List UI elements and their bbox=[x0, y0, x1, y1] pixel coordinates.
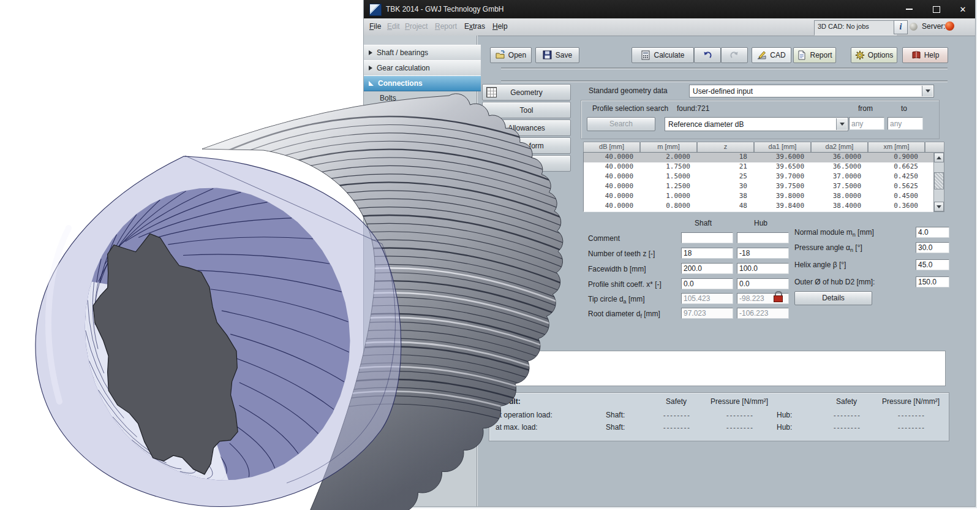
report-document-icon bbox=[797, 50, 807, 60]
close-button[interactable]: ✕ bbox=[955, 2, 971, 16]
menu-extras[interactable]: Extras bbox=[462, 22, 488, 32]
dropdown-arrow-button[interactable] bbox=[836, 118, 847, 130]
cad-status-field: 3D CAD: No jobs bbox=[814, 20, 897, 36]
calculate-button[interactable]: Calculate bbox=[631, 47, 694, 63]
comment-hub-input[interactable] bbox=[737, 232, 789, 243]
details-button[interactable]: Details bbox=[794, 291, 872, 305]
table-cell: 1.7500 bbox=[641, 162, 698, 172]
to-input[interactable] bbox=[888, 117, 923, 130]
normal-module-label: Normal module mn [mm] bbox=[794, 228, 874, 238]
profile-search-label: Profile selection search bbox=[592, 104, 668, 113]
tab-label: Tooth form bbox=[509, 142, 544, 150]
facewidth-label: Facewidth b [mm] bbox=[588, 265, 646, 273]
safety-header: Safety bbox=[836, 397, 857, 406]
tab-strength[interactable]: Strength bbox=[482, 155, 571, 172]
table-cell: 40.0000 bbox=[584, 192, 641, 202]
comment-shaft-input[interactable] bbox=[681, 232, 733, 243]
table-row[interactable]: 40.00001.00003839.800038.00000.4500 bbox=[584, 192, 934, 202]
result-row-label: at max. load: bbox=[496, 423, 538, 432]
pressure-angle-input[interactable] bbox=[916, 242, 949, 253]
tab-label: Strength bbox=[513, 159, 540, 168]
calculator-icon bbox=[641, 50, 650, 60]
normal-module-input[interactable] bbox=[916, 227, 949, 238]
table-cell: 0.3600 bbox=[869, 202, 925, 211]
profile-table-body[interactable]: 40.00002.00001839.600036.00000.900040.00… bbox=[583, 152, 934, 212]
collapsed-arrow-icon bbox=[369, 50, 372, 55]
redo-icon bbox=[729, 50, 739, 60]
outer-hub-diameter-input[interactable] bbox=[916, 276, 949, 287]
content-divider bbox=[501, 80, 948, 82]
facewidth-shaft-input[interactable] bbox=[681, 263, 733, 274]
profile-shift-hub-input[interactable] bbox=[737, 278, 789, 289]
table-row[interactable]: 40.00002.00001839.600036.00000.9000 bbox=[584, 153, 934, 162]
standard-geometry-label: Standard geometry data bbox=[589, 86, 668, 95]
sidebar-item-connections[interactable]: Connections bbox=[364, 75, 481, 91]
sidebar-item-shaft-bearings[interactable]: Shaft / bearings bbox=[364, 45, 481, 61]
table-cell: 40.0000 bbox=[584, 172, 641, 182]
cad-button[interactable]: CAD bbox=[752, 47, 791, 63]
scrollbar-thumb[interactable] bbox=[934, 172, 944, 189]
cad-status-led bbox=[910, 23, 918, 31]
maximize-button[interactable] bbox=[929, 2, 944, 16]
undo-button[interactable] bbox=[694, 47, 721, 63]
table-row[interactable]: 40.00001.75002139.650036.50000.6625 bbox=[584, 162, 934, 172]
minimize-button[interactable] bbox=[901, 2, 917, 16]
table-cell: 0.4500 bbox=[869, 192, 925, 202]
tip-circle-shaft-output bbox=[681, 293, 733, 304]
dropdown-arrow-button[interactable] bbox=[922, 86, 933, 96]
table-cell: 37.0000 bbox=[812, 172, 869, 182]
sidebar-subitem-label: Bolts bbox=[380, 94, 396, 102]
table-row[interactable]: 40.00000.80004839.840038.40000.3600 bbox=[584, 202, 934, 211]
info-button[interactable]: i bbox=[894, 20, 908, 34]
calculate-label: Calculate bbox=[654, 51, 684, 59]
table-cell: 25 bbox=[698, 172, 755, 182]
profile-shift-shaft-input[interactable] bbox=[681, 278, 733, 289]
menu-help[interactable]: Help bbox=[490, 22, 510, 32]
teeth-hub-input[interactable] bbox=[737, 248, 789, 259]
tab-tooth-form[interactable]: Tooth form bbox=[482, 137, 571, 154]
table-row[interactable]: 40.00001.50002539.700037.00000.4250 bbox=[584, 172, 934, 182]
app-logo-icon bbox=[369, 4, 382, 16]
scroll-up-button[interactable] bbox=[934, 153, 944, 162]
tab-geometry[interactable]: Geometry bbox=[482, 84, 571, 101]
from-label: from bbox=[858, 104, 873, 113]
sidebar-subitem-bolts[interactable]: Bolts bbox=[364, 91, 492, 104]
toolbar-divider bbox=[501, 67, 948, 69]
table-cell: 2.0000 bbox=[641, 153, 698, 162]
table-cell: 39.6000 bbox=[755, 153, 812, 162]
teeth-label: Number of teeth z [-] bbox=[588, 249, 655, 258]
helix-angle-input[interactable] bbox=[916, 259, 949, 270]
undo-icon bbox=[703, 50, 712, 60]
save-button[interactable]: Save bbox=[535, 47, 579, 63]
menu-file[interactable]: File bbox=[367, 22, 383, 32]
profile-search-found: found:721 bbox=[677, 104, 709, 113]
help-book-icon bbox=[911, 50, 921, 60]
navigation-sidebar: Shaft / bearings Gear calculation Connec… bbox=[364, 36, 477, 506]
sidebar-item-gear-calculation[interactable]: Gear calculation bbox=[364, 60, 481, 76]
table-scrollbar[interactable] bbox=[933, 152, 944, 212]
hub-column-header: Hub bbox=[754, 219, 767, 227]
from-input[interactable] bbox=[849, 117, 884, 130]
table-cell: 1.0000 bbox=[641, 192, 698, 202]
teeth-shaft-input[interactable] bbox=[681, 248, 733, 259]
help-label: Help bbox=[924, 51, 940, 59]
report-button[interactable]: Report bbox=[793, 47, 836, 63]
title-bar[interactable]: TBK 2014 - GWJ Technology GmbH ✕ bbox=[364, 0, 975, 18]
table-cell: 38.4000 bbox=[812, 202, 869, 211]
hub-label: Hub: bbox=[777, 423, 792, 432]
open-button[interactable]: Open bbox=[490, 47, 532, 63]
tab-tool[interactable]: Tool bbox=[482, 102, 571, 118]
result-value: -------- bbox=[663, 424, 690, 432]
open-label: Open bbox=[508, 51, 526, 59]
table-row[interactable]: 40.00001.25003039.750037.50000.5625 bbox=[584, 182, 934, 192]
options-button[interactable]: Options bbox=[851, 47, 897, 63]
help-button[interactable]: Help bbox=[902, 47, 948, 63]
facewidth-hub-input[interactable] bbox=[737, 263, 789, 274]
tab-label: Geometry bbox=[510, 88, 543, 97]
menu-edit: Edit bbox=[385, 22, 402, 32]
standard-geometry-dropdown[interactable]: User-defined input bbox=[689, 85, 934, 97]
search-criteria-dropdown[interactable]: Reference diameter dB bbox=[665, 117, 848, 131]
lock-icon[interactable] bbox=[773, 291, 783, 302]
tab-allowances[interactable]: Allowances bbox=[482, 120, 571, 136]
scroll-down-button[interactable] bbox=[934, 202, 944, 211]
